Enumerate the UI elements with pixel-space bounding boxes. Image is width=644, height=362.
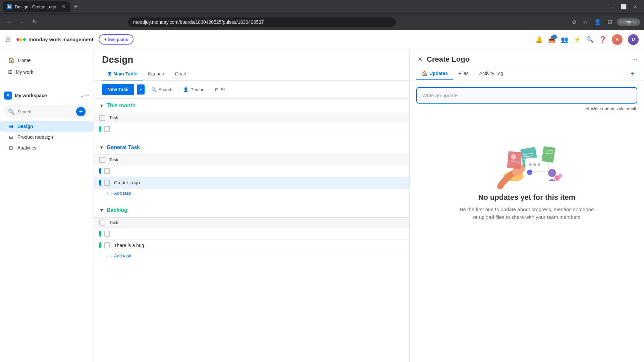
bookmark-icon[interactable]: ☆ (581, 17, 590, 27)
table-row-create-logo[interactable]: Create Logo (94, 177, 409, 189)
new-tab-button[interactable]: + (71, 3, 80, 11)
profile-icon[interactable]: 👤 (592, 17, 603, 27)
maximize-button[interactable]: ⬜ (621, 4, 627, 9)
task-name-bug: There is a bug (114, 243, 404, 248)
group-this-month-collapse[interactable]: ▼ (99, 103, 104, 108)
tab-main-table[interactable]: ⊞ Main Table (102, 68, 143, 80)
table-row-this-month-empty[interactable] (94, 123, 409, 135)
workspace-chevron-icon[interactable]: ⌄ (79, 93, 84, 99)
header-checkbox[interactable] (99, 115, 105, 121)
reader-mode-icon[interactable]: ⊘ (570, 17, 578, 27)
panel-close-button[interactable]: ✕ (416, 54, 424, 64)
filter-toolbar-button[interactable]: ⊟ Fil... (211, 85, 233, 94)
inbox-button[interactable]: 📥 3 (548, 36, 555, 43)
sidebar-search-input[interactable] (17, 109, 73, 114)
window-controls: — ⬜ ✕ (609, 4, 641, 9)
search-button[interactable]: 🔍 (586, 36, 594, 43)
close-button[interactable]: ✕ (633, 4, 637, 9)
tab-chart[interactable]: Chart (170, 68, 192, 80)
person-toolbar-button[interactable]: 👤 Person (179, 85, 208, 94)
header-checkbox-backlog[interactable] (99, 220, 105, 226)
update-input-box[interactable]: Write an update... (416, 87, 637, 104)
panel-tab-updates[interactable]: 🏠 Updates (416, 67, 453, 80)
tab-favicon: M (7, 4, 12, 9)
help-button[interactable]: ❓ (599, 36, 606, 43)
sidebar-board-product-redesign[interactable]: ⊞ Product redesign (0, 132, 94, 142)
table-row-general-empty[interactable] (94, 165, 409, 177)
browser-titlebar: M Design - Create Logo ✕ + — ⬜ ✕ (0, 0, 644, 13)
sidebar-item-my-work-label: My work (16, 69, 33, 75)
group-general-task-collapse[interactable]: ▼ (99, 145, 104, 150)
svg-point-19 (548, 169, 556, 177)
logo-icon (16, 38, 26, 41)
search-toolbar-icon: 🔍 (151, 87, 157, 92)
sidebar-item-my-work[interactable]: ⊞ My work (4, 66, 90, 78)
panel-title: Create Logo (427, 55, 630, 64)
add-task-backlog[interactable]: + + Add task (94, 251, 409, 260)
row-color-bar-general (99, 168, 101, 174)
browser-tab[interactable]: M Design - Create Logo ✕ (3, 1, 70, 12)
avatar[interactable]: A (612, 34, 623, 45)
panel-tab-files[interactable]: Files (453, 67, 474, 80)
extensions-icon[interactable]: ⊞ (606, 17, 614, 27)
board-icon-analytics: ⊟ (8, 145, 14, 151)
integrations-button[interactable]: ⚡ (574, 36, 581, 43)
board-header: Design ⊞ Main Table Kanban Chart (94, 49, 409, 81)
user-avatar[interactable]: U (628, 34, 639, 45)
workspace-header[interactable]: M My workspace ⌄ ··· (0, 89, 94, 102)
sidebar-board-analytics[interactable]: ⊟ Analytics (0, 142, 94, 153)
sidebar-top: 🏠 Home ⊞ My work (0, 49, 94, 83)
sidebar-board-design[interactable]: ⊞ Design (0, 121, 94, 132)
refresh-button[interactable]: ↻ (30, 17, 40, 27)
row-checkbox[interactable] (104, 126, 110, 132)
panel-header: ✕ Create Logo ··· (410, 49, 644, 67)
new-task-dropdown-button[interactable]: ▾ (137, 84, 145, 95)
tab-close-btn[interactable]: ✕ (62, 4, 66, 9)
filter-toolbar-label: Fil... (221, 87, 229, 92)
person-toolbar-icon: 👤 (183, 87, 189, 92)
panel-more-button[interactable]: ··· (632, 56, 637, 63)
group-backlog-collapse[interactable]: ▼ (99, 207, 104, 213)
group-general-task: ▼ General Task Task Create Logo (94, 140, 409, 198)
panel-tab-add-button[interactable]: + (628, 69, 637, 79)
table-row-backlog-empty[interactable] (94, 228, 409, 240)
add-task-general[interactable]: + + Add task (94, 189, 409, 198)
header-checkbox-general[interactable] (99, 157, 105, 163)
back-button[interactable]: ← (4, 17, 14, 27)
apps-grid-icon[interactable]: ⊞ (5, 36, 11, 44)
tab-kanban[interactable]: Kanban (143, 68, 169, 80)
svg-rect-7 (507, 151, 522, 169)
sidebar-add-button[interactable]: + (76, 107, 86, 116)
person-toolbar-label: Person (191, 87, 204, 92)
email-icon: ✉ (585, 106, 589, 111)
table-header-backlog: Task (94, 217, 409, 228)
table-row-there-is-a-bug[interactable]: There is a bug (94, 240, 409, 251)
row-checkbox-backlog-empty[interactable] (104, 231, 110, 237)
sidebar-item-home[interactable]: 🏠 Home (4, 54, 90, 66)
row-checkbox-general-empty[interactable] (104, 168, 110, 174)
invite-button[interactable]: 👥 (561, 36, 568, 43)
panel-tab-activity-log[interactable]: Activity Log (474, 67, 509, 80)
workspace-more-icon[interactable]: ··· (85, 93, 90, 99)
see-plans-button[interactable]: + See plans (99, 34, 133, 45)
row-checkbox-create-logo[interactable] (104, 180, 110, 186)
board-icon-design: ⊞ (8, 123, 14, 129)
updates-tab-icon: 🏠 (422, 71, 427, 76)
address-bar[interactable]: moodjoy.monday.com/boards/1830420525/pul… (128, 17, 396, 27)
forward-button[interactable]: → (17, 17, 27, 27)
row-checkbox-bug[interactable] (104, 242, 110, 248)
my-work-icon: ⊞ (8, 69, 12, 75)
filter-toolbar-icon: ⊟ (215, 87, 219, 92)
notifications-button[interactable]: 🔔 (535, 36, 543, 43)
group-this-month-header: ▼ This month (94, 99, 409, 113)
group-this-month: ▼ This month Task (94, 99, 409, 135)
email-update-link[interactable]: ✉ Write updates via email: (416, 106, 637, 111)
search-toolbar-button[interactable]: 🔍 Search (147, 85, 176, 94)
sidebar: 🏠 Home ⊞ My work M My workspace ⌄ ··· 🔍 … (0, 30, 94, 362)
minimize-button[interactable]: — (609, 4, 614, 9)
right-panel: ✕ Create Logo ··· 🏠 Updates Files Activi… (409, 30, 644, 362)
add-task-backlog-icon: + (106, 253, 109, 258)
new-task-button[interactable]: New Task (102, 84, 134, 95)
sidebar-search-box[interactable]: 🔍 + (4, 105, 90, 118)
svg-point-8 (511, 154, 516, 160)
